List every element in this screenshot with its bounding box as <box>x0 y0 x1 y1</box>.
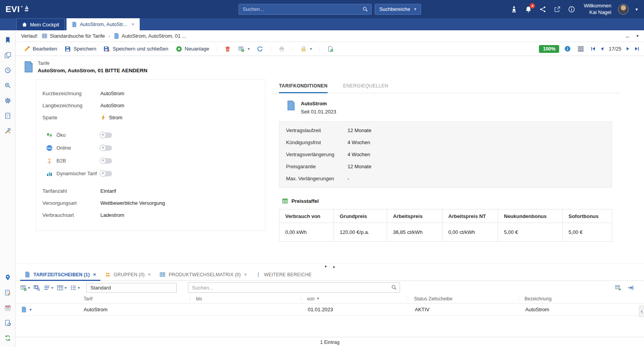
search-areas-button[interactable]: Suchbereiche ▾ <box>375 4 421 15</box>
first-record-icon[interactable] <box>591 46 596 51</box>
save-close-button[interactable]: Speichern und schließen <box>100 44 172 54</box>
collapse-up-icon[interactable]: ▴ <box>333 265 335 269</box>
breadcrumb-item-record[interactable]: AutoStrom, AutoStrom, 01 ... <box>114 33 186 39</box>
bulleted-list-icon <box>70 284 77 291</box>
tab-energiequellen[interactable]: ENERGIEQUELLEN <box>343 79 388 93</box>
b2b-toggle[interactable]: ✕ <box>100 158 112 164</box>
export-table-button[interactable] <box>615 284 621 291</box>
create-new-button[interactable]: Neuanlage <box>172 44 213 54</box>
open-external-icon[interactable] <box>553 5 561 13</box>
tab-tarifzeitscheiben[interactable]: TARIFZEITSCHEIBEN (1) ✕ <box>20 269 100 281</box>
delete-button[interactable] <box>221 44 234 54</box>
avatar[interactable] <box>618 4 629 15</box>
row-actions-chevron-icon[interactable]: ▾ <box>30 307 32 312</box>
related-table-row[interactable]: ▾ AutoStrom 01.01.2023 AKTIV AutoStrom <box>16 303 644 316</box>
column-header-tarif[interactable]: Tarif <box>72 296 182 302</box>
chevron-down-icon[interactable]: ▾ <box>51 286 53 290</box>
table-search-icon <box>33 284 40 291</box>
info-circle-icon[interactable] <box>564 45 571 52</box>
calendar-icon[interactable] <box>4 304 11 311</box>
history-dropdown-icon[interactable]: ▾ <box>636 33 639 38</box>
sync-icon[interactable] <box>4 335 11 342</box>
field-label: Kurzbezeichnung <box>42 91 100 96</box>
refresh-button[interactable] <box>253 44 267 54</box>
sort-options-button[interactable]: ▾ <box>70 284 80 291</box>
dynamischer-tarif-toggle[interactable]: ✕ <box>100 171 112 176</box>
related-toolbar-right <box>615 284 634 291</box>
related-table-header: Tarif ⋮bis ⋮von▼ ⋮Status Zeitscheibe ⋮Be… <box>16 294 644 303</box>
chevron-down-icon[interactable]: ▾ <box>78 286 80 290</box>
tab-record-autostrom[interactable]: AutoStrom, AutoStr... ✕ <box>67 18 140 30</box>
price-cell: 36,85 ct/kWh <box>387 223 442 242</box>
previous-record-icon[interactable] <box>600 46 605 51</box>
global-search-input[interactable] <box>239 4 372 15</box>
close-icon[interactable]: ✕ <box>244 272 247 277</box>
last-record-icon[interactable] <box>634 46 639 51</box>
report-icon[interactable] <box>4 112 11 119</box>
close-icon[interactable]: ✕ <box>132 22 135 26</box>
column-header-bezeichnung[interactable]: ⋮Bezeichnung <box>511 296 633 302</box>
document-add-button[interactable] <box>324 44 337 54</box>
list-view-button[interactable]: ▾ <box>44 284 53 291</box>
print-button-disabled[interactable] <box>275 44 288 54</box>
tasks-notes-icon[interactable] <box>4 289 11 296</box>
breadcrumb-item-search[interactable]: Standardsuche für Tarife <box>42 33 105 39</box>
tab-mein-cockpit[interactable]: Mein Cockpit <box>16 18 65 30</box>
svg-text:www: www <box>47 147 52 149</box>
oeko-toggle[interactable]: ✕ <box>100 133 112 138</box>
tab-produktwechselmatrix[interactable]: PRODUKTWECHSELMATRIX (0) ✕ <box>155 269 251 281</box>
notifications-bell-icon[interactable]: 4 <box>525 5 532 13</box>
next-record-icon[interactable] <box>625 46 630 51</box>
save-button[interactable]: Speichern <box>61 44 100 54</box>
online-toggle[interactable]: ✕ <box>100 145 112 151</box>
history-icon[interactable] <box>4 67 11 74</box>
condition-row: Vertragsverlängerung 4 Wochen <box>279 148 612 160</box>
column-header-status[interactable]: ⋮Status Zeitscheibe <box>400 296 511 302</box>
column-header-von[interactable]: ⋮von▼ <box>293 296 400 302</box>
chevron-down-icon[interactable]: ▾ <box>310 47 312 51</box>
close-icon[interactable]: ✕ <box>93 272 97 277</box>
view-selector[interactable]: Standard <box>86 283 177 293</box>
document-settings-icon[interactable] <box>4 319 11 326</box>
info-icon[interactable] <box>568 5 576 13</box>
table-add-button[interactable]: ▾ <box>235 44 253 54</box>
chevron-down-icon[interactable]: ▾ <box>28 286 30 290</box>
related-search-input[interactable] <box>188 282 400 293</box>
map-pin-icon[interactable] <box>4 274 11 281</box>
collapse-right-panel-button[interactable]: ‹ <box>639 305 644 317</box>
tab-weitere-bereiche[interactable]: ⋮ WEITERE BEREICHE <box>251 269 316 281</box>
user-menu-chevron-icon[interactable]: ▾ <box>635 7 638 12</box>
toolbar-right: 100% 17/25 <box>539 45 639 53</box>
toggle-label: Online <box>56 145 100 151</box>
chevron-down-icon[interactable]: ▾ <box>65 286 67 290</box>
settings-gear-icon[interactable] <box>4 97 11 104</box>
tab-gruppen[interactable]: GRUPPEN (0) ✕ <box>100 269 155 281</box>
tools-icon[interactable] <box>4 127 11 134</box>
lock-button-disabled[interactable]: ▾ <box>297 44 315 54</box>
search-icon[interactable] <box>362 6 368 12</box>
column-header-bis[interactable]: ⋮bis <box>182 296 293 302</box>
assistant-icon[interactable] <box>510 5 518 13</box>
column-config-button[interactable]: ▾ <box>57 284 67 291</box>
chevron-down-icon[interactable]: ▾ <box>247 47 249 51</box>
menu-icon[interactable] <box>576 47 586 51</box>
panel-splitter[interactable]: ▾ ▴ <box>16 263 644 269</box>
pin-panel-button[interactable] <box>627 284 634 291</box>
collapse-down-icon[interactable]: ▾ <box>325 265 326 269</box>
toggle-row-dynamisch: Dynamischer Tarif ✕ <box>42 167 259 180</box>
search-icon[interactable] <box>391 284 397 290</box>
bookmark-icon[interactable] <box>4 37 11 44</box>
condition-row: Kündigungsfrist 4 Wochen <box>279 136 612 148</box>
copy-icon[interactable] <box>4 52 11 59</box>
add-record-button[interactable]: ▾ <box>20 284 30 291</box>
tab-tarifkonditionen[interactable]: TARIFKONDITIONEN <box>279 79 328 93</box>
toggle-row-oeko: Öko ✕ <box>42 129 259 141</box>
document-tabbar: Mein Cockpit AutoStrom, AutoStr... ✕ <box>0 18 644 30</box>
edit-button[interactable]: Bearbeiten <box>20 44 61 54</box>
history-back-icon[interactable]: ← <box>625 33 631 39</box>
app-window: EVI Suchbereiche ▾ 4 <box>0 0 644 347</box>
advanced-search-icon[interactable] <box>4 82 11 89</box>
search-in-list-button[interactable] <box>33 284 40 291</box>
close-icon[interactable]: ✕ <box>148 272 151 277</box>
share-icon[interactable] <box>539 5 547 13</box>
